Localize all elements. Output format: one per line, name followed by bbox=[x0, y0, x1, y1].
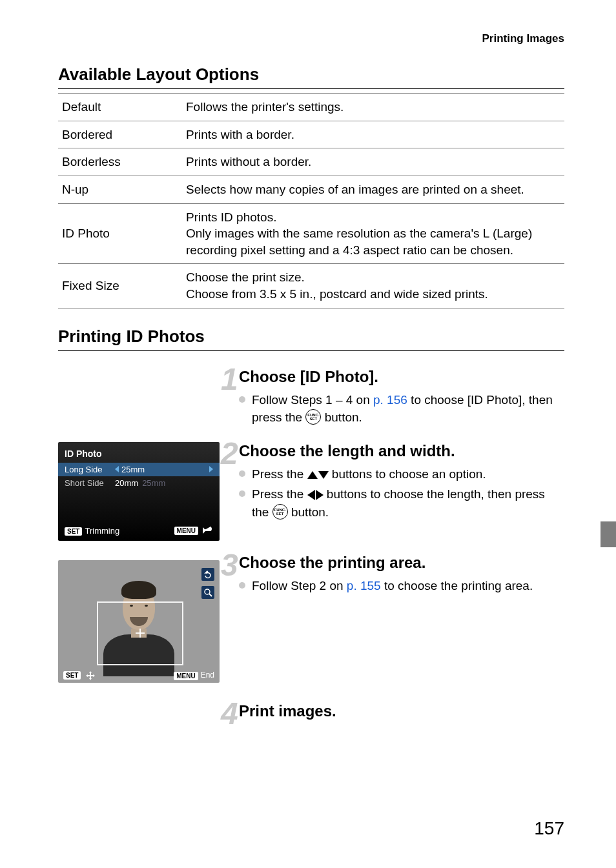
step-2-bullet-2: Press the buttons to choose the length, … bbox=[239, 485, 564, 521]
bullet-icon bbox=[239, 470, 245, 477]
option-desc: Choose the print size. Choose from 3.5 x… bbox=[182, 264, 564, 308]
left-right-icon bbox=[307, 487, 323, 501]
step-3-bullet-1: Follow Step 2 on p. 155 to choose the pr… bbox=[239, 577, 564, 595]
svg-marker-4 bbox=[89, 678, 92, 680]
heading-id-photos: Printing ID Photos bbox=[58, 327, 564, 351]
bullet-icon bbox=[239, 582, 245, 589]
text: Press the bbox=[252, 467, 307, 481]
set-move: SET bbox=[63, 671, 95, 680]
option-name: Bordered bbox=[58, 121, 182, 148]
func-set-icon: FUNC.SET bbox=[305, 409, 321, 425]
option-desc: Follows the printer's settings. bbox=[182, 94, 564, 121]
svg-marker-5 bbox=[86, 674, 88, 677]
option-desc: Prints without a border. bbox=[182, 148, 564, 176]
row-ghost-value: 25mm bbox=[142, 478, 165, 488]
table-row: BorderlessPrints without a border. bbox=[58, 148, 564, 176]
row-label: Short Side bbox=[65, 478, 115, 488]
row-value: 20mm bbox=[115, 478, 138, 488]
text: button. bbox=[288, 505, 329, 519]
table-row: N-upSelects how many copies of an images… bbox=[58, 176, 564, 203]
svg-line-2 bbox=[209, 594, 212, 596]
side-bar bbox=[601, 0, 616, 868]
back-arrow-icon bbox=[203, 527, 213, 534]
step-title: Choose the length and width. bbox=[239, 442, 564, 460]
menu-badge: MENU bbox=[174, 672, 198, 680]
func-set-icon: FUNC.SET bbox=[272, 504, 288, 520]
text: to choose the printing area. bbox=[381, 579, 533, 592]
table-row: Fixed SizeChoose the print size. Choose … bbox=[58, 264, 564, 308]
rotate-icon bbox=[201, 568, 214, 581]
option-name: ID Photo bbox=[58, 203, 182, 264]
table-row: BorderedPrints with a border. bbox=[58, 121, 564, 148]
text: Press the bbox=[252, 487, 307, 501]
trimming-label: Trimming bbox=[85, 526, 119, 536]
table-row: ID PhotoPrints ID photos. Only images wi… bbox=[58, 203, 564, 264]
option-name: N-up bbox=[58, 176, 182, 203]
cam-row-short-side: Short Side 20mm 25mm bbox=[58, 476, 220, 490]
step-number: 2 bbox=[221, 438, 238, 469]
svg-marker-3 bbox=[89, 671, 92, 673]
menu-back: MENU bbox=[174, 527, 213, 535]
option-name: Borderless bbox=[58, 148, 182, 176]
set-trimming: SETTrimming bbox=[65, 526, 119, 536]
option-desc: Prints ID photos. Only images with the s… bbox=[182, 203, 564, 264]
camera-screenshot-id-photo: ID Photo Long Side 25mm Short Side 20mm … bbox=[58, 442, 220, 541]
crop-center-icon bbox=[136, 629, 145, 638]
up-down-icon bbox=[307, 467, 329, 481]
step-number: 1 bbox=[221, 364, 238, 395]
bullet-icon bbox=[239, 396, 245, 403]
step-title: Choose [ID Photo]. bbox=[239, 368, 564, 386]
row-label: Long Side bbox=[65, 465, 115, 474]
end-label: End bbox=[201, 671, 214, 680]
page-number: 157 bbox=[534, 818, 564, 839]
bullet-icon bbox=[239, 490, 245, 497]
cam-title: ID Photo bbox=[58, 446, 220, 463]
svg-rect-8 bbox=[88, 675, 93, 676]
zoom-icon bbox=[201, 586, 214, 599]
option-desc: Prints with a border. bbox=[182, 121, 564, 148]
cam-row-long-side: Long Side 25mm bbox=[58, 463, 220, 476]
text: button. bbox=[321, 410, 362, 424]
step-title: Print images. bbox=[239, 702, 564, 720]
heading-layout-options: Available Layout Options bbox=[58, 65, 564, 89]
step-1-bullet-1: Follow Steps 1 – 4 on p. 156 to choose [… bbox=[239, 391, 564, 427]
option-name: Fixed Size bbox=[58, 264, 182, 308]
table-row: DefaultFollows the printer's settings. bbox=[58, 94, 564, 121]
step-number: 4 bbox=[221, 698, 238, 729]
step-2-bullet-1: Press the buttons to choose an option. bbox=[239, 465, 564, 483]
crop-frame bbox=[97, 601, 183, 665]
layout-options-table: DefaultFollows the printer's settings.Bo… bbox=[58, 93, 564, 308]
set-badge: SET bbox=[63, 671, 81, 680]
menu-badge: MENU bbox=[174, 527, 198, 535]
set-badge: SET bbox=[65, 527, 82, 536]
option-desc: Selects how many copies of an images are… bbox=[182, 176, 564, 203]
step-number: 3 bbox=[221, 550, 238, 581]
chevron-right-icon bbox=[209, 466, 213, 472]
page-link[interactable]: p. 155 bbox=[347, 579, 381, 592]
page-link[interactable]: p. 156 bbox=[373, 393, 407, 407]
row-value: 25mm bbox=[121, 465, 145, 474]
svg-marker-6 bbox=[93, 674, 95, 677]
header-section-label: Printing Images bbox=[58, 32, 564, 45]
move-icon bbox=[86, 671, 95, 680]
text: buttons to choose an option. bbox=[329, 467, 486, 481]
text: Follow Step 2 on bbox=[252, 579, 347, 592]
camera-screenshot-trimming: SET MENUEnd bbox=[58, 560, 220, 683]
svg-point-1 bbox=[205, 589, 210, 594]
text: Follow Steps 1 – 4 on bbox=[252, 393, 373, 407]
chevron-left-icon bbox=[115, 466, 119, 472]
menu-end: MENUEnd bbox=[174, 671, 214, 680]
option-name: Default bbox=[58, 94, 182, 121]
step-title: Choose the printing area. bbox=[239, 554, 564, 572]
section-tab bbox=[601, 521, 616, 547]
